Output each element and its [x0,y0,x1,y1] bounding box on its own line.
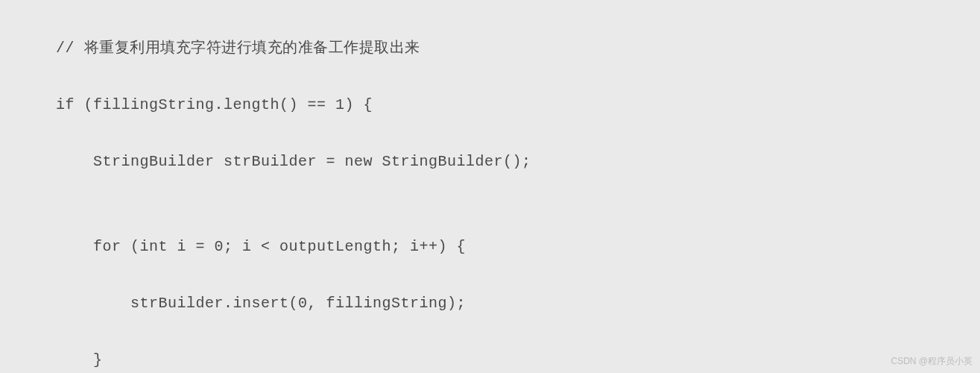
code-line: for (int i = 0; i < outputLength; i++) { [56,233,980,261]
code-block: // 将重复利用填充字符进行填充的准备工作提取出来 if (fillingStr… [0,6,980,373]
code-line: } [56,346,980,373]
code-line: // 将重复利用填充字符进行填充的准备工作提取出来 [56,34,980,63]
code-line: StringBuilder strBuilder = new StringBui… [56,148,980,176]
code-line: if (fillingString.length() == 1) { [56,91,980,119]
code-line: strBuilder.insert(0, fillingString); [56,289,980,318]
watermark: CSDN @程序员小英 [891,353,973,370]
